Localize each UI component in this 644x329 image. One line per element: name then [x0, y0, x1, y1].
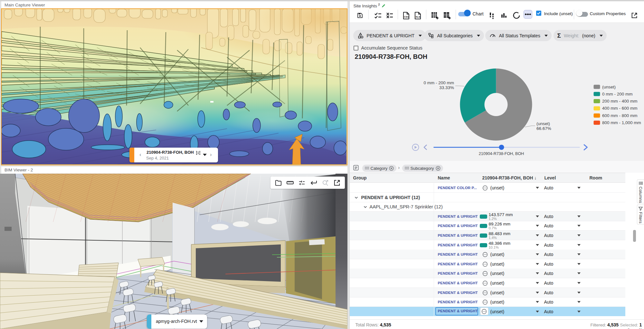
svg-text:(unset): (unset)	[536, 121, 550, 126]
svg-text:XLS: XLS	[416, 15, 421, 18]
svg-text:(unset): (unset)	[602, 85, 616, 89]
svg-text:0 mm - 200 mm: 0 mm - 200 mm	[602, 92, 633, 96]
svg-text:200 mm - 400 mm: 200 mm - 400 mm	[602, 99, 638, 104]
svg-text:800 mm - 1,000 mm: 800 mm - 1,000 mm	[602, 120, 641, 125]
svg-text:400 mm - 600 mm: 400 mm - 600 mm	[602, 106, 638, 111]
svg-text:66.67%: 66.67%	[536, 126, 551, 131]
svg-text:33.33%: 33.33%	[439, 85, 454, 90]
svg-text:CSV: CSV	[404, 15, 409, 18]
svg-text:600 mm - 800 mm: 600 mm - 800 mm	[602, 113, 638, 118]
svg-text:0 mm - 200 mm: 0 mm - 200 mm	[423, 80, 454, 85]
